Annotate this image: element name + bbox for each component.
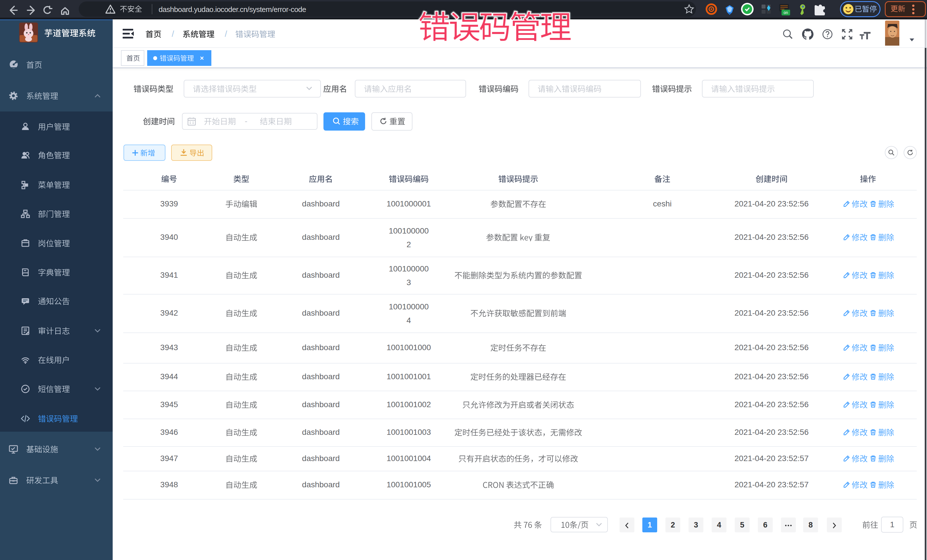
svg-text:on: on (784, 10, 788, 15)
